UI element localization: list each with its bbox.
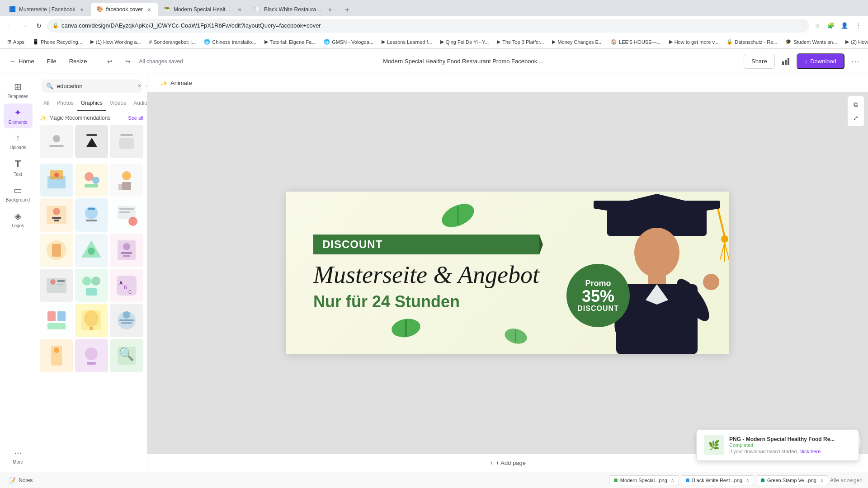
bookmark-7[interactable]: ▶Lessons Learned f... (378, 37, 436, 47)
sidebar-item-uploads[interactable]: ↑ Uploads (4, 129, 33, 154)
sidebar-item-logos[interactable]: ◈ Logos (4, 207, 33, 232)
svg-point-13 (92, 177, 99, 184)
bookmark-15[interactable]: ▶(2) How To Add A... (842, 37, 868, 47)
forward-button[interactable]: → (18, 19, 31, 32)
bookmark-2[interactable]: ▶(1) How Working a... (87, 37, 145, 47)
expand-taskbar-button[interactable]: Alle anzeigen (830, 477, 863, 483)
notif-link[interactable]: click here. (800, 449, 822, 454)
tab-1-close[interactable]: ✕ (78, 6, 85, 13)
item-3-close[interactable]: ∧ (820, 478, 823, 483)
expand-icon[interactable]: ⤢ (849, 112, 862, 124)
taskbar-item-1[interactable]: Modern Special...png ∧ (609, 475, 679, 485)
redo-button[interactable]: ↪ (121, 54, 135, 69)
tab-2-close[interactable]: ✕ (146, 6, 153, 13)
clear-search-button[interactable]: ✕ (137, 82, 142, 90)
animate-button[interactable]: ✨ Animate (155, 77, 198, 89)
bookmark-12[interactable]: ▶How to get more v... (665, 37, 722, 47)
result-item-18[interactable]: 🔍 (110, 339, 143, 372)
bookmark-10[interactable]: ▶Money Changes E... (548, 37, 606, 47)
bookmark-1[interactable]: 📱Phone Recycling... (29, 37, 86, 47)
result-item-8[interactable] (75, 234, 108, 267)
new-tab-button[interactable]: + (341, 4, 354, 16)
result-item-16[interactable] (40, 339, 73, 372)
back-button[interactable]: ← (4, 19, 16, 32)
item-1-close[interactable]: ∧ (671, 478, 674, 483)
result-item-6[interactable] (110, 198, 143, 232)
tab-graphics[interactable]: Graphics (77, 96, 106, 111)
result-item-2[interactable] (75, 164, 108, 197)
result-item-10[interactable] (40, 269, 73, 302)
tab-3-close[interactable]: ✕ (236, 6, 243, 13)
sidebar-item-text[interactable]: T Text (4, 155, 33, 180)
bookmark-apps[interactable]: ⊞ Apps (4, 37, 28, 47)
bookmark-8[interactable]: ▶Qing Fei De Yi - Y... (437, 37, 493, 47)
svg-rect-43 (86, 288, 97, 296)
canva-document-title: Modern Special Healthy Food Restaurant P… (383, 58, 544, 65)
result-item-14[interactable] (75, 304, 108, 337)
notes-button[interactable]: 📝 Notes (5, 475, 36, 485)
profile-button[interactable]: 👤 (838, 19, 851, 32)
tab-1[interactable]: 🟦 Musterseite | Facebook ✕ (4, 3, 91, 16)
add-page-button[interactable]: + + Add page (490, 460, 526, 466)
undo-button[interactable]: ↩ (103, 54, 117, 69)
taskbar-item-3[interactable]: Green Stamp Ve...png ∧ (756, 475, 828, 485)
tab-all[interactable]: All (40, 96, 53, 111)
tab-videos[interactable]: Videos (106, 96, 130, 111)
results-grid: A B C (40, 164, 143, 337)
bookmark-3[interactable]: #Sonderangebot: |... (146, 37, 200, 47)
result-item-3[interactable] (110, 164, 143, 197)
file-button[interactable]: File (42, 55, 61, 67)
result-item-1[interactable] (40, 164, 73, 197)
svg-point-38 (50, 279, 56, 285)
canvas-viewport[interactable]: ⧉ ⤢ (147, 92, 868, 454)
settings-button[interactable]: ⋮ (852, 19, 864, 32)
bookmark-6[interactable]: 🌐GMSN - Vologda... (320, 37, 377, 47)
tab-4-close[interactable]: ✕ (326, 6, 334, 13)
bookmark-13[interactable]: 🔒Datenschutz - Re... (723, 37, 781, 47)
copy-icon[interactable]: ⧉ (849, 98, 862, 111)
svg-point-32 (88, 248, 95, 255)
magic-rec-3[interactable] (110, 125, 143, 158)
bookmark-14[interactable]: 🎓Student Wants an... (782, 37, 840, 47)
result-item-5[interactable] (75, 198, 108, 232)
item-2-close[interactable]: ∧ (746, 478, 749, 483)
result-item-13[interactable] (40, 304, 73, 337)
resize-button[interactable]: Resize (65, 55, 92, 67)
magic-rec-1[interactable] (40, 125, 73, 158)
stats-button[interactable] (778, 54, 793, 69)
refresh-button[interactable]: ↻ (33, 19, 45, 32)
bookmark-11[interactable]: 🏠LEE'S HOUSE—... (607, 37, 665, 47)
tab-4[interactable]: 🍽️ Black White Restaurant Typo... ✕ (249, 3, 339, 16)
search-input[interactable] (57, 83, 133, 89)
result-item-15[interactable] (110, 304, 143, 337)
result-item-17[interactable] (75, 339, 108, 372)
sidebar-item-more[interactable]: ··· More (4, 444, 33, 468)
tab-3[interactable]: 🥗 Modern Special Healthy Food... ✕ (158, 3, 249, 16)
share-button[interactable]: Share (744, 54, 775, 69)
download-button[interactable]: ↓ Download (797, 53, 844, 69)
result-item-12[interactable]: A B C (110, 269, 143, 302)
result-item-9[interactable] (110, 234, 143, 267)
bookmark-9[interactable]: ▶The Top 3 Platfor... (493, 37, 547, 47)
bookmark-button[interactable]: ☆ (811, 19, 824, 32)
tab-2[interactable]: 🎨 facebook cover ✕ (91, 3, 158, 16)
tab-photos[interactable]: Photos (53, 96, 77, 111)
sidebar-item-background[interactable]: ▭ Background (4, 181, 33, 206)
taskbar-item-2[interactable]: Black White Rest...png ∧ (681, 475, 754, 485)
extensions-button[interactable]: 🧩 (825, 19, 837, 32)
sidebar-item-elements[interactable]: ✦ Elements (4, 103, 33, 128)
tab-audio[interactable]: Audio (130, 96, 147, 111)
bookmark-5[interactable]: ▶Tutorial: Eigene Fa... (261, 37, 320, 47)
address-bar[interactable]: 🔒 canva.com/design/DAEyzqkApKc/J_jCWYCc-… (47, 19, 809, 33)
result-item-11[interactable] (75, 269, 108, 302)
sidebar-item-templates[interactable]: ⊞ Templates (4, 78, 33, 103)
magic-rec-2[interactable] (75, 125, 108, 158)
result-item-4[interactable] (40, 198, 73, 232)
bookmarks-bar: ⊞ Apps 📱Phone Recycling... ▶(1) How Work… (0, 35, 868, 49)
bookmark-4[interactable]: 🌐Chinese translatio... (200, 37, 259, 47)
more-options-button[interactable]: ⋯ (848, 54, 863, 69)
home-button[interactable]: ← Home (5, 55, 39, 67)
result-item-7[interactable] (40, 234, 73, 267)
see-all-button[interactable]: See all (128, 115, 143, 121)
elements-icon: ✦ (14, 107, 22, 118)
